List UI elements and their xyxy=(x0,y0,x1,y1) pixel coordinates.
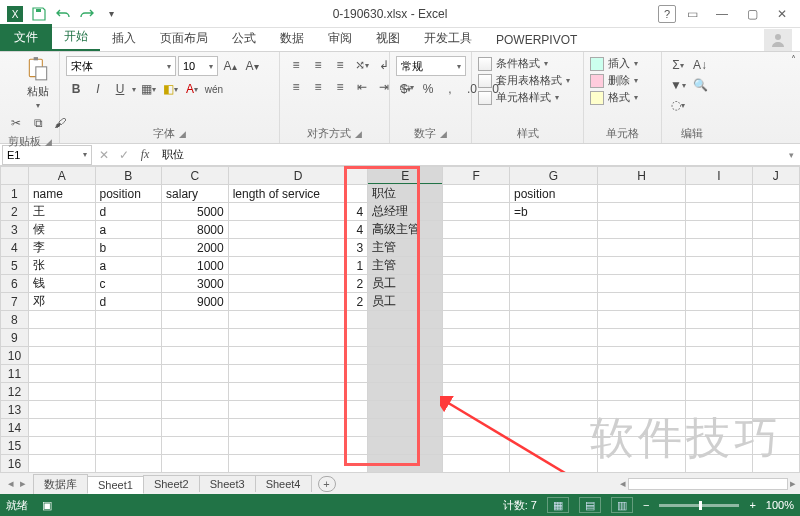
decrease-indent-icon[interactable]: ⇤ xyxy=(352,78,372,96)
cell-B7[interactable]: d xyxy=(95,293,162,311)
format-table-button[interactable]: 套用表格格式▾ xyxy=(478,73,570,88)
delete-cells-button[interactable]: 删除▾ xyxy=(590,73,638,88)
cell-F13[interactable] xyxy=(443,401,510,419)
cell-F8[interactable] xyxy=(443,311,510,329)
cell-B3[interactable]: a xyxy=(95,221,162,239)
cell-B15[interactable] xyxy=(95,437,162,455)
cut-icon[interactable]: ✂ xyxy=(6,114,26,132)
font-color-icon[interactable]: A▾ xyxy=(182,80,202,98)
align-left-icon[interactable]: ≡ xyxy=(286,78,306,96)
cell-I2[interactable] xyxy=(686,203,753,221)
col-header-E[interactable]: E xyxy=(368,167,443,185)
font-dialog-icon[interactable]: ◢ xyxy=(179,129,186,139)
cell-H8[interactable] xyxy=(598,311,686,329)
cell-C15[interactable] xyxy=(162,437,229,455)
align-middle-icon[interactable]: ≡ xyxy=(308,56,328,74)
cell-D12[interactable] xyxy=(228,383,368,401)
cell-I6[interactable] xyxy=(686,275,753,293)
cell-H16[interactable] xyxy=(598,455,686,473)
view-normal-icon[interactable]: ▦ xyxy=(547,497,569,513)
cell-I4[interactable] xyxy=(686,239,753,257)
cell-J16[interactable] xyxy=(752,455,799,473)
sheet-tab-1[interactable]: Sheet1 xyxy=(87,476,144,494)
cell-I16[interactable] xyxy=(686,455,753,473)
cancel-icon[interactable]: ✕ xyxy=(94,145,114,165)
cell-H5[interactable] xyxy=(598,257,686,275)
row-header[interactable]: 5 xyxy=(1,257,29,275)
number-dialog-icon[interactable]: ◢ xyxy=(440,129,447,139)
cell-I5[interactable] xyxy=(686,257,753,275)
cell-C6[interactable]: 3000 xyxy=(162,275,229,293)
italic-button[interactable]: I xyxy=(88,80,108,98)
cell-H10[interactable] xyxy=(598,347,686,365)
cell-E8[interactable] xyxy=(368,311,443,329)
cell-C8[interactable] xyxy=(162,311,229,329)
cell-J7[interactable] xyxy=(752,293,799,311)
save-icon[interactable] xyxy=(30,5,48,23)
cell-H14[interactable] xyxy=(598,419,686,437)
cell-D3[interactable]: 4 xyxy=(228,221,368,239)
tab-powerpivot[interactable]: POWERPIVOT xyxy=(484,29,589,51)
row-header[interactable]: 10 xyxy=(1,347,29,365)
col-header-C[interactable]: C xyxy=(162,167,229,185)
cell-D2[interactable]: 4 xyxy=(228,203,368,221)
cell-D15[interactable] xyxy=(228,437,368,455)
border-icon[interactable]: ▦▾ xyxy=(138,80,158,98)
minimize-icon[interactable]: — xyxy=(708,4,736,24)
cell-B14[interactable] xyxy=(95,419,162,437)
cell-styles-button[interactable]: 单元格样式▾ xyxy=(478,90,559,105)
cell-H7[interactable] xyxy=(598,293,686,311)
zoom-slider[interactable] xyxy=(659,504,739,507)
worksheet-grid[interactable]: A B C D E F G H I J 1namepositionsalaryl… xyxy=(0,166,800,472)
cell-E2[interactable]: 总经理 xyxy=(368,203,443,221)
cell-E7[interactable]: 员工 xyxy=(368,293,443,311)
conditional-format-button[interactable]: 条件格式▾ xyxy=(478,56,548,71)
cell-D11[interactable] xyxy=(228,365,368,383)
cell-G4[interactable] xyxy=(510,239,598,257)
cell-F12[interactable] xyxy=(443,383,510,401)
cell-I10[interactable] xyxy=(686,347,753,365)
cell-G1[interactable]: position xyxy=(510,185,598,203)
cell-D14[interactable] xyxy=(228,419,368,437)
row-header[interactable]: 2 xyxy=(1,203,29,221)
cell-E6[interactable]: 员工 xyxy=(368,275,443,293)
row-header[interactable]: 14 xyxy=(1,419,29,437)
sheet-tab-2[interactable]: Sheet2 xyxy=(143,475,200,492)
cell-C9[interactable] xyxy=(162,329,229,347)
cell-G10[interactable] xyxy=(510,347,598,365)
maximize-icon[interactable]: ▢ xyxy=(738,4,766,24)
cell-G7[interactable] xyxy=(510,293,598,311)
number-format-select[interactable]: 常规▾ xyxy=(396,56,466,76)
col-header-D[interactable]: D xyxy=(228,167,368,185)
cell-G6[interactable] xyxy=(510,275,598,293)
macro-record-icon[interactable]: ▣ xyxy=(42,499,52,512)
cell-G8[interactable] xyxy=(510,311,598,329)
cell-D13[interactable] xyxy=(228,401,368,419)
tab-home[interactable]: 开始 xyxy=(52,24,100,51)
cell-F10[interactable] xyxy=(443,347,510,365)
cell-A7[interactable]: 邓 xyxy=(28,293,95,311)
tab-view[interactable]: 视图 xyxy=(364,26,412,51)
cell-A15[interactable] xyxy=(28,437,95,455)
cell-C12[interactable] xyxy=(162,383,229,401)
cell-B5[interactable]: a xyxy=(95,257,162,275)
align-top-icon[interactable]: ≡ xyxy=(286,56,306,74)
phonetic-icon[interactable]: wén xyxy=(204,80,224,98)
cell-E10[interactable] xyxy=(368,347,443,365)
cell-B8[interactable] xyxy=(95,311,162,329)
row-header[interactable]: 13 xyxy=(1,401,29,419)
cell-E1[interactable]: 职位 xyxy=(368,185,443,203)
copy-icon[interactable]: ⧉ xyxy=(28,114,48,132)
cell-J5[interactable] xyxy=(752,257,799,275)
cell-I15[interactable] xyxy=(686,437,753,455)
cell-H12[interactable] xyxy=(598,383,686,401)
col-header-H[interactable]: H xyxy=(598,167,686,185)
cell-G16[interactable] xyxy=(510,455,598,473)
cell-J13[interactable] xyxy=(752,401,799,419)
paste-button[interactable]: 粘贴 ▾ xyxy=(18,56,58,110)
cell-A16[interactable] xyxy=(28,455,95,473)
cell-D16[interactable] xyxy=(228,455,368,473)
increase-font-icon[interactable]: A▴ xyxy=(220,57,240,75)
cell-J2[interactable] xyxy=(752,203,799,221)
row-header[interactable]: 16 xyxy=(1,455,29,473)
